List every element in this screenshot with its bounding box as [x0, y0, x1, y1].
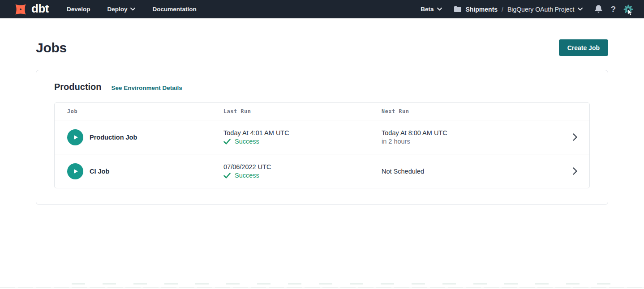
mouse-cursor-icon — [627, 9, 633, 16]
top-nav: dbt Develop Deploy Documentation Beta Sh… — [0, 0, 644, 18]
play-icon — [72, 134, 79, 141]
chevron-down-icon — [437, 8, 442, 11]
last-run-status: Success — [223, 172, 382, 179]
brand-name: dbt — [31, 3, 49, 14]
check-icon — [223, 139, 231, 144]
row-detail-chevron[interactable] — [561, 133, 589, 141]
nav-item-label: Develop — [67, 6, 90, 13]
notifications-bell-icon[interactable] — [594, 4, 603, 14]
run-job-play-button[interactable] — [67, 129, 83, 145]
nav-item-deploy[interactable]: Deploy — [107, 6, 135, 13]
see-environment-details-link[interactable]: See Environment Details — [112, 85, 182, 91]
row-detail-chevron[interactable] — [561, 167, 589, 175]
environment-name: Production — [54, 82, 102, 92]
play-icon — [72, 168, 79, 175]
chevron-down-icon — [578, 8, 583, 11]
environment-card-header: Production See Environment Details — [54, 82, 590, 92]
next-run-time: Not Scheduled — [382, 168, 561, 175]
breadcrumb-project[interactable]: Shipments — [466, 6, 498, 13]
column-header-last-run: Last Run — [223, 108, 382, 115]
status-label: Success — [235, 138, 259, 145]
next-run-time: Today At 8:00 AM UTC — [382, 129, 561, 136]
table-row-production-job[interactable]: Production Job Today At 4:01 AM UTC Succ… — [55, 120, 589, 154]
jobs-page: Jobs Create Job Production See Environme… — [0, 39, 644, 205]
nav-item-develop[interactable]: Develop — [67, 6, 90, 13]
chevron-right-icon — [573, 133, 577, 141]
page-header: Jobs Create Job — [36, 39, 608, 56]
status-label: Success — [235, 172, 259, 179]
nav-right: Beta Shipments / BigQuery OAuth Project — [421, 4, 633, 14]
last-run-cell: Today At 4:01 AM UTC Success — [223, 129, 382, 145]
bottom-dashes — [72, 283, 617, 285]
nav-item-label: Documentation — [152, 6, 196, 13]
page-title: Jobs — [36, 40, 67, 55]
table-header-row: Job Last Run Next Run — [55, 103, 589, 120]
job-name: CI Job — [90, 168, 109, 175]
last-run-cell: 07/06/2022 UTC Success — [223, 163, 382, 179]
nav-item-documentation[interactable]: Documentation — [152, 6, 196, 13]
next-run-note: in 2 hours — [382, 138, 561, 145]
bottom-dotted-line — [0, 287, 644, 288]
column-header-job: Job — [67, 108, 223, 115]
beta-label: Beta — [421, 6, 434, 13]
check-icon — [223, 173, 231, 178]
job-cell: Production Job — [67, 129, 223, 145]
jobs-table: Job Last Run Next Run Production Job Tod… — [54, 102, 590, 188]
breadcrumb: Shipments / BigQuery OAuth Project — [454, 6, 583, 13]
breadcrumb-environment-label: BigQuery OAuth Project — [507, 6, 574, 13]
last-run-status: Success — [223, 138, 382, 145]
bottom-decoration — [0, 283, 644, 289]
job-name: Production Job — [90, 134, 137, 141]
nav-item-label: Deploy — [107, 6, 127, 13]
last-run-time: 07/06/2022 UTC — [223, 163, 382, 170]
chevron-down-icon — [130, 8, 135, 11]
nav-icon-cluster: ? — [594, 4, 633, 14]
settings-gear-icon[interactable] — [623, 4, 633, 14]
chevron-right-icon — [573, 167, 577, 175]
job-cell: CI Job — [67, 163, 223, 179]
table-row-ci-job[interactable]: CI Job 07/06/2022 UTC Success Not Schedu… — [55, 154, 589, 188]
last-run-time: Today At 4:01 AM UTC — [223, 129, 382, 136]
beta-dropdown[interactable]: Beta — [421, 6, 442, 13]
next-run-cell: Not Scheduled — [382, 168, 561, 175]
column-header-next-run: Next Run — [382, 108, 561, 115]
create-job-button[interactable]: Create Job — [559, 39, 608, 56]
nav-links: Develop Deploy Documentation — [67, 6, 197, 13]
dbt-logo-icon — [13, 2, 29, 17]
dbt-logo[interactable]: dbt — [13, 2, 49, 17]
breadcrumb-environment-dropdown[interactable]: BigQuery OAuth Project — [507, 6, 583, 13]
folder-icon — [454, 6, 462, 13]
run-job-play-button[interactable] — [67, 163, 83, 179]
environment-card: Production See Environment Details Job L… — [36, 70, 608, 205]
breadcrumb-separator: / — [502, 6, 503, 13]
help-icon[interactable]: ? — [610, 5, 616, 13]
next-run-cell: Today At 8:00 AM UTC in 2 hours — [382, 129, 561, 145]
